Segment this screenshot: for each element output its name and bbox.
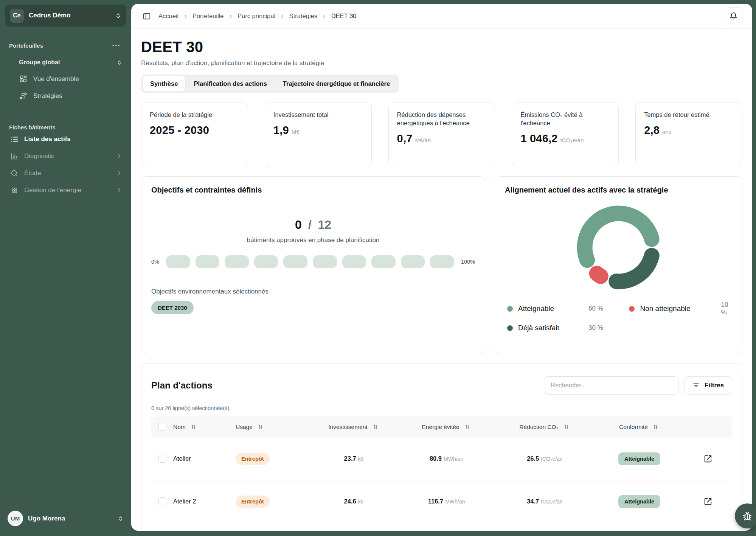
co2-unit: tCO₂e/an [541, 499, 563, 505]
open-asset-button[interactable] [702, 496, 714, 507]
page-content: DEET 30 Résultats, plan d'action, planif… [131, 29, 752, 531]
legend-value: 30 % [588, 324, 626, 332]
topbar: Accueil › Portefeuille › Parc principal … [131, 4, 752, 29]
notifications-button[interactable] [725, 7, 742, 25]
select-row-checkbox[interactable] [158, 455, 166, 463]
breadcrumb-item[interactable]: Stratégies [289, 12, 317, 20]
breadcrumb-item[interactable]: Accueil [158, 12, 179, 20]
sidebar-item-vue-densemble[interactable]: Vue d'ensemble [15, 70, 126, 87]
search-input[interactable] [544, 376, 678, 395]
select-all-checkbox[interactable] [158, 423, 166, 431]
kpi-unit: M€ [292, 129, 300, 135]
group-selector[interactable]: Groupe global [15, 56, 126, 69]
env-objectives-label: Objectifs environnementaux sélectionnés [151, 288, 475, 295]
tab-trajectoire[interactable]: Trajectoire énergétique et financière [275, 76, 397, 92]
usage-badge: Entrepôt [236, 496, 270, 508]
chevron-updown-icon [116, 60, 122, 65]
user-menu[interactable]: UM Ugo Morena [5, 508, 126, 529]
filters-button[interactable]: Filtres [684, 376, 732, 395]
progress-segment [225, 255, 249, 268]
column-header-energie: Energie évitée [422, 424, 459, 430]
count-separator: / [308, 218, 312, 231]
sidebar-item-label: Vue d'ensemble [33, 75, 122, 83]
breadcrumb-separator: › [184, 12, 187, 20]
progress-segment [401, 255, 425, 268]
legend-dot [507, 325, 513, 331]
breadcrumb-separator: › [229, 12, 232, 20]
search-icon [10, 169, 19, 177]
table-row: Atelier Entrepôt 23.7k€ 80.9MWh/an 26.5t… [151, 438, 732, 480]
avatar: UM [8, 511, 23, 526]
energy-unit: MWh/an [444, 456, 463, 462]
portfolios-menu-button[interactable]: ··· [110, 41, 122, 50]
kpi-label: Réduction des dépenses énergétiques à l'… [397, 111, 487, 127]
donut-chart-svg [567, 195, 671, 300]
tab-planification-des-actions[interactable]: Planification des actions [186, 76, 274, 92]
sort-investissement-button[interactable] [371, 423, 379, 431]
legend-item-non-atteignable: Non atteignable 10 % [629, 301, 730, 316]
approved-count-total: 12 [318, 218, 331, 231]
energy-unit: MWh/an [445, 499, 465, 505]
investment-value: 24.6 [344, 498, 356, 505]
workspace-switcher[interactable]: Ce Cedrus Démo [5, 5, 126, 26]
legend-label: Non atteignable [640, 305, 716, 313]
group-selector-label: Groupe global [19, 59, 60, 66]
progress-segment [342, 255, 366, 268]
legend-value: 10 % [721, 301, 730, 316]
open-asset-button[interactable] [702, 453, 714, 465]
sort-conformite-button[interactable] [652, 423, 660, 431]
progress-segment [196, 255, 220, 268]
sidebar-item-diagnostic[interactable]: Diagnostic [6, 148, 126, 165]
sidebar-toggle-button[interactable] [141, 11, 152, 22]
breadcrumb-separator: › [281, 12, 284, 20]
co2-unit: tCO₂e/an [541, 456, 563, 462]
sidebar-item-liste-des-actifs[interactable]: Liste des actifs [6, 131, 126, 148]
sort-usage-button[interactable] [256, 423, 264, 431]
kpi-label: Période de la stratégie [150, 111, 239, 119]
sort-co2-button[interactable] [562, 423, 570, 431]
objectives-panel: Objectifs et contraintes définis 0 / 12 … [141, 176, 485, 354]
breadcrumb-item[interactable]: Portefeuille [192, 12, 224, 20]
chevron-updown-icon [115, 12, 121, 19]
alignment-donut-chart [505, 195, 732, 300]
sort-energie-button[interactable] [463, 423, 471, 431]
page-subtitle: Résultats, plan d'action, planification … [141, 59, 742, 67]
sort-nom-button[interactable] [189, 423, 197, 431]
sort-icon [190, 424, 197, 430]
sidebar-spacer [5, 199, 126, 508]
sidebar-item-strategies[interactable]: Stratégies [15, 87, 126, 104]
progress-segment [430, 255, 454, 268]
sort-icon [372, 424, 379, 430]
main-card: Accueil › Portefeuille › Parc principal … [131, 4, 752, 531]
select-row-checkbox[interactable] [158, 497, 166, 505]
sidebar-item-gestion-energie[interactable]: Gestion de l'énergie [6, 182, 126, 199]
table-row: Atelier 2 Entrepôt 24.6k€ 116.7MWh/an 34… [151, 480, 732, 523]
investment-unit: k€ [358, 456, 364, 462]
co2-value: 34.7 [527, 498, 539, 505]
buildings-section: Fiches bâtiments [5, 124, 126, 131]
progress-segment [371, 255, 396, 268]
breadcrumb-item[interactable]: Parc principal [238, 12, 275, 20]
progress-segment [166, 255, 190, 268]
kpi-card-reduction-depenses: Réduction des dépenses énergétiques à l'… [388, 102, 495, 167]
breadcrumb-separator: › [323, 12, 326, 20]
energy-value: 80.9 [430, 455, 442, 462]
kpi-value: 1 046,2 [520, 132, 557, 145]
legend-label: Atteignable [518, 305, 583, 313]
external-link-icon [704, 497, 712, 506]
tab-synthese[interactable]: Synthèse [143, 76, 185, 92]
panel-left-icon [143, 12, 151, 20]
usage-badge: Entrepôt [236, 453, 270, 465]
page-title: DEET 30 [141, 39, 742, 56]
chevron-right-icon [116, 170, 122, 176]
sidebar-item-etude[interactable]: Étude [6, 165, 126, 182]
main-area: Accueil › Portefeuille › Parc principal … [131, 0, 756, 536]
objectives-title: Objectifs et contraintes définis [151, 186, 475, 194]
chevron-updown-icon [118, 516, 124, 522]
chart-legend: Atteignable 60 % Non atteignable 10 % Dé… [505, 301, 732, 332]
progress-segment [283, 255, 307, 268]
table-header-row: Nom Usage Investissement Energie évitée [151, 416, 732, 438]
progress-end-label: 100% [461, 259, 475, 265]
env-objective-badge: DEET 2030 [151, 301, 194, 314]
strategy-icon [19, 92, 28, 100]
